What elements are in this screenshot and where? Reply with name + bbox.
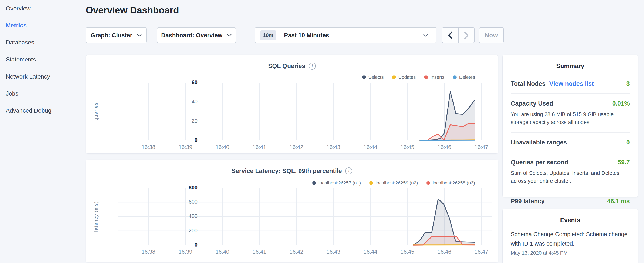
summary-row-value: 46.1 ms [607,198,630,205]
summary-row-label: Unavailable ranges [511,139,567,146]
toolbar-divider [247,27,247,43]
sidebar-item-advanced-debug[interactable]: Advanced Debug [0,102,84,119]
x-axis-tick: 16:40 [208,248,237,255]
x-axis-tick: 16:47 [466,248,496,255]
chevron-left-icon [447,31,453,39]
sidebar-item-statements[interactable]: Statements [0,51,84,68]
chevron-down-icon [137,34,142,37]
y-axis-tick: 400 [156,213,198,219]
summary-row-value: 0 [626,139,630,146]
summary-row-label: P99 latency [511,198,545,205]
time-step-buttons [442,27,475,43]
y-axis-tick: 20 [156,118,198,124]
summary-row-label: Total Nodes [511,80,546,87]
y-axis-tick: 800 [156,184,198,191]
summary-row-capacity-used: Capacity Used 0.01% You are using 28.6 M… [511,93,630,132]
x-axis-tick: 16:38 [134,144,163,150]
event-timestamp: May 13, 2020 at 4:45 PM [511,250,630,256]
x-axis-tick: 16:42 [282,248,311,255]
summary-row-description: Sum of Selects, Updates, Inserts, and De… [511,169,630,185]
dashboard-dropdown-label: Dashboard: Overview [161,32,222,39]
y-axis-tick: 60 [156,79,198,86]
graph-dropdown[interactable]: Graph: Cluster [86,27,147,43]
y-axis-tick: 600 [156,199,198,205]
x-axis-tick: 16:38 [134,248,163,255]
summary-row-label: Capacity Used [511,100,553,107]
summary-row-label: Queries per second [511,159,568,166]
x-axis-tick: 16:46 [430,144,459,150]
x-axis-tick: 16:41 [244,248,274,255]
step-forward-button[interactable] [458,28,474,43]
summary-title: Summary [502,55,638,70]
chart-plot-area [86,55,498,154]
x-axis-tick: 16:44 [356,248,385,255]
x-axis-tick: 16:44 [356,144,385,150]
summary-row-total-nodes: Total Nodes View nodes list 3 [511,74,630,93]
sidebar-item-overview[interactable]: Overview [0,0,84,17]
x-axis-tick: 16:46 [430,248,459,255]
x-axis-tick: 16:43 [318,248,348,255]
x-axis-tick: 16:42 [282,144,311,150]
chart-plot-area [86,160,498,262]
chevron-down-icon [227,34,232,37]
y-axis-tick: 200 [156,227,198,234]
summary-row-queries-per-second: Queries per second 59.7 Sum of Selects, … [511,152,630,191]
now-button[interactable]: Now [479,27,504,43]
x-axis-tick: 16:41 [244,144,274,150]
summary-panel: Summary Total Nodes View nodes list 3 Ca… [502,55,638,197]
y-axis-tick: 40 [156,99,198,105]
sidebar-item-network-latency[interactable]: Network Latency [0,68,84,85]
x-axis-tick: 16:39 [170,144,200,150]
chevron-down-icon [423,34,428,37]
view-nodes-list-link[interactable]: View nodes list [550,80,594,87]
toolbar: Graph: Cluster Dashboard: Overview 10m P… [0,27,644,43]
time-range-badge: 10m [260,31,276,40]
x-axis-tick: 16:45 [392,248,422,255]
summary-row-description: You are using 28.6 MiB of 515.9 GiB usab… [511,110,630,126]
page-title: Overview Dashboard [86,5,179,16]
summary-row-p99-latency: P99 latency 46.1 ms [511,191,630,211]
chevron-right-icon [464,31,469,39]
sidebar-item-jobs[interactable]: Jobs [0,85,84,102]
y-axis-label: latency (ms) [93,180,99,252]
events-panel: Events Schema Change Completed: Schema c… [502,209,638,263]
service-latency-chart-card: Service Latency: SQL, 99th percentile i … [86,160,498,262]
y-axis-label: queries [93,75,99,148]
event-list-item: Schema Change Completed: Schema change w… [502,224,638,256]
time-range-label: Past 10 Minutes [284,32,329,39]
dashboard-dropdown[interactable]: Dashboard: Overview [157,27,236,43]
graph-dropdown-label: Graph: Cluster [90,32,132,39]
x-axis-tick: 16:47 [466,144,496,150]
x-axis-tick: 16:43 [318,144,348,150]
summary-row-value: 3 [626,80,630,87]
step-back-button[interactable] [442,28,458,43]
summary-row-unavailable-ranges: Unavailable ranges 0 [511,132,630,152]
y-axis-tick: 0 [156,242,198,248]
x-axis-tick: 16:39 [170,248,200,255]
time-range-selector[interactable]: 10m Past 10 Minutes [255,27,436,43]
x-axis-tick: 16:40 [208,144,237,150]
event-text: Schema Change Completed: Schema change w… [511,229,630,248]
events-title: Events [502,209,638,224]
x-axis-tick: 16:45 [392,144,422,150]
summary-row-value: 0.01% [612,100,630,107]
sql-queries-chart-card: SQL Queries i SelectsUpdatesInsertsDelet… [86,55,498,154]
y-axis-tick: 0 [156,137,198,143]
summary-row-value: 59.7 [618,159,630,166]
